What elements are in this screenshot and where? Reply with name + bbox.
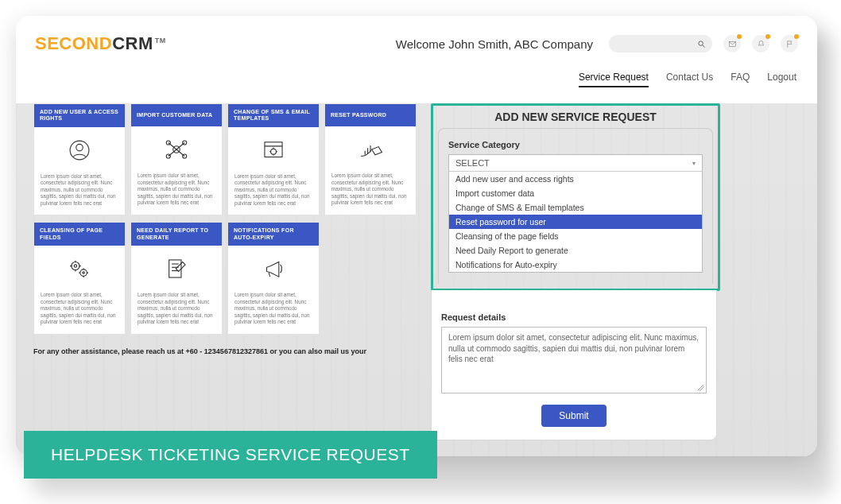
chevron-down-icon: ▾ [692,160,696,167]
card-add-user[interactable]: ADD NEW USER & ACCESS RIGHTS Lorem ipsum… [33,103,126,215]
svg-point-22 [80,269,87,277]
tab-contact-us[interactable]: Contact Us [666,72,713,87]
svg-point-16 [271,149,277,154]
option-import-data[interactable]: Import customer data [449,186,702,200]
card-desc: Lorem ipsum dolor sit amet, consectetur … [131,292,222,334]
request-details-input[interactable]: Lorem ipsum dolor sit amet, consectetur … [441,327,707,394]
service-cards-grid: ADD NEW USER & ACCESS RIGHTS Lorem ipsum… [33,103,417,440]
panel-title: ADD NEW SERVICE REQUEST [438,110,713,123]
growth-icon [325,126,416,173]
nav-tabs: Service Request Contact Us FAQ Logout [16,72,817,91]
select-options: Add new user and access rights Import cu… [449,172,702,272]
header-bar: SECONDCRMTM Welcome John Smith, ABC Comp… [16,16,817,72]
mail-icon[interactable] [723,35,741,52]
tab-service-request[interactable]: Service Request [579,72,649,87]
option-add-user[interactable]: Add new user and access rights [449,172,702,186]
card-title: IMPORT CUSTOMER DATA [131,104,222,126]
card-title: RESET PASSWORD [325,104,416,126]
card-desc: Lorem ipsum dolor sit amet, consectetur … [228,292,319,334]
megaphone-icon [228,246,319,292]
svg-rect-24 [169,260,181,277]
svg-point-3 [70,141,89,160]
gears-icon [34,246,125,292]
details-label: Request details [441,312,707,322]
welcome-text: Welcome John Smith, ABC Company [396,37,593,51]
search-input[interactable] [609,35,712,52]
card-title: NOTIFICATIONS FOR AUTO-EXPIRY [228,223,319,246]
card-title: NEED DAILY REPORT TO GENERATE [131,223,222,246]
submit-button[interactable]: Submit [541,405,606,427]
card-desc: Lorem ipsum dolor sit amet, consectetur … [34,292,125,334]
resize-handle-icon[interactable] [698,385,704,391]
tab-faq[interactable]: FAQ [731,72,750,87]
highlight-box: ADD NEW SERVICE REQUEST Service Category… [431,103,720,291]
assistance-note: For any other assistance, please reach u… [33,347,417,355]
card-title: ADD NEW USER & ACCESS RIGHTS [34,104,125,127]
option-reset-password[interactable]: Reset password for user [449,215,702,229]
card-daily-report[interactable]: NEED DAILY REPORT TO GENERATE Lorem ipsu… [130,222,223,334]
tab-logout[interactable]: Logout [767,72,796,87]
logo: SECONDCRMTM [35,33,166,54]
card-notifications[interactable]: NOTIFICATIONS FOR AUTO-EXPIRY Lorem ipsu… [227,222,320,334]
svg-point-21 [74,265,76,267]
card-change-templates[interactable]: CHANGE OF SMS & EMAIL TEMPLATES Lorem ip… [227,103,320,215]
template-icon [228,127,319,173]
report-icon [131,246,222,292]
card-desc: Lorem ipsum dolor sit amet, consectetur … [34,173,125,215]
user-icon [34,127,125,173]
svg-line-28 [269,273,270,277]
svg-point-4 [76,144,83,151]
card-desc: Lorem ipsum dolor sit amet, consectetur … [325,173,416,215]
card-reset-password[interactable]: RESET PASSWORD Lorem ipsum dolor sit ame… [324,103,417,215]
svg-line-1 [703,45,705,47]
card-title: CHANGE OF SMS & EMAIL TEMPLATES [228,104,319,127]
option-cleansing[interactable]: Cleansing of the page fields [449,229,702,243]
card-import-data[interactable]: IMPORT CUSTOMER DATA Lorem ipsum dolor s… [130,103,223,215]
service-category-select[interactable]: SELECT ▾ Add new user and access rights … [448,154,703,273]
bell-icon[interactable] [752,35,769,52]
search-icon [697,40,706,48]
flag-icon[interactable] [781,35,798,52]
svg-point-20 [72,262,79,270]
card-cleansing[interactable]: CLEANSING OF PAGE FIELDS Lorem ipsum dol… [33,222,126,334]
category-label: Service Category [448,140,703,149]
card-title: CLEANSING OF PAGE FIELDS [34,223,125,246]
select-placeholder: SELECT [455,158,490,168]
option-change-templates[interactable]: Change of SMS & Email templates [449,200,702,215]
svg-point-23 [83,272,85,274]
page-banner: HELPDESK TICKETING SERVICE REQUEST [24,431,437,479]
network-icon [131,126,222,173]
option-daily-report[interactable]: Need Daily Report to generate [449,243,702,258]
card-desc: Lorem ipsum dolor sit amet, consectetur … [228,173,319,215]
svg-point-0 [699,41,703,45]
option-notifications[interactable]: Notifications for Auto-expiry [449,258,702,272]
card-desc: Lorem ipsum dolor sit amet, consectetur … [131,173,222,215]
